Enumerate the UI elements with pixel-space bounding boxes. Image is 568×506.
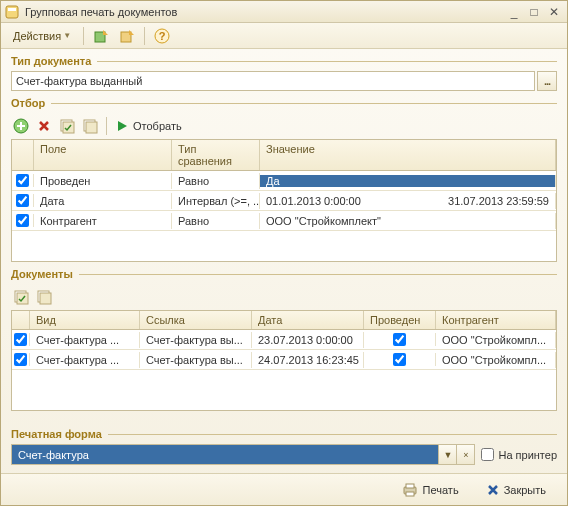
docs-toolbar bbox=[11, 284, 557, 310]
filter-row-value: Да bbox=[260, 175, 555, 187]
filter-row-compare: Интервал (>=, ... bbox=[172, 193, 260, 209]
docs-col-date[interactable]: Дата bbox=[252, 311, 364, 329]
check-all-button[interactable] bbox=[57, 116, 77, 136]
delete-filter-button[interactable] bbox=[34, 116, 54, 136]
toolbar-icon-1[interactable] bbox=[90, 25, 112, 47]
doc-type-select-button[interactable]: ... bbox=[537, 71, 557, 91]
maximize-button[interactable]: □ bbox=[525, 5, 543, 19]
titlebar: Групповая печать документов _ □ ✕ bbox=[1, 1, 567, 23]
svg-marker-5 bbox=[129, 30, 134, 35]
svg-rect-1 bbox=[8, 8, 16, 11]
legend-line bbox=[51, 103, 557, 104]
docs-row-type: Счет-фактура ... bbox=[30, 352, 140, 368]
docs-section: Документы Вид Ссылка Дата Проведен bbox=[11, 268, 557, 418]
docs-uncheck-all-button[interactable] bbox=[34, 287, 54, 307]
docs-row-link: Счет-фактура вы... bbox=[140, 352, 252, 368]
docs-row-partner: ООО "Стройкомпл... bbox=[436, 332, 556, 348]
print-form-dropdown[interactable]: Счет-фактура ▼ × bbox=[11, 444, 475, 465]
filter-row-check[interactable] bbox=[16, 174, 29, 187]
filter-row-check[interactable] bbox=[16, 194, 29, 207]
docs-row[interactable]: Счет-фактура ... Счет-фактура вы... 23.0… bbox=[12, 330, 556, 350]
docs-row-type: Счет-фактура ... bbox=[30, 332, 140, 348]
filter-grid: Поле Тип сравнения Значение Проведен Рав… bbox=[11, 139, 557, 262]
docs-row-posted[interactable] bbox=[393, 353, 406, 366]
print-form-section: Печатная форма Счет-фактура ▼ × На принт… bbox=[11, 428, 557, 465]
docs-check-all-button[interactable] bbox=[11, 287, 31, 307]
filter-col-field[interactable]: Поле bbox=[34, 140, 172, 170]
print-form-legend: Печатная форма bbox=[11, 428, 557, 440]
filter-col-compare[interactable]: Тип сравнения bbox=[172, 140, 260, 170]
printer-icon bbox=[402, 482, 418, 498]
window-title: Групповая печать документов bbox=[25, 6, 503, 18]
chevron-down-icon: ▼ bbox=[63, 31, 71, 40]
doc-type-legend: Тип документа bbox=[11, 55, 557, 67]
filter-row-value: ООО "Стройкомплект" bbox=[260, 213, 555, 229]
filter-grid-body: Проведен Равно Да Дата Интервал (>=, ...… bbox=[12, 171, 556, 261]
svg-rect-20 bbox=[406, 492, 414, 496]
docs-row[interactable]: Счет-фактура ... Счет-фактура вы... 24.0… bbox=[12, 350, 556, 370]
toolbar-separator bbox=[144, 27, 145, 45]
run-filter-button[interactable]: Отобрать bbox=[113, 117, 188, 135]
docs-row-check[interactable] bbox=[14, 353, 27, 366]
uncheck-all-button[interactable] bbox=[80, 116, 100, 136]
print-form-value: Счет-фактура bbox=[12, 449, 438, 461]
add-filter-button[interactable] bbox=[11, 116, 31, 136]
svg-marker-13 bbox=[118, 121, 127, 131]
docs-col-posted[interactable]: Проведен bbox=[364, 311, 436, 329]
doc-type-legend-text: Тип документа bbox=[11, 55, 91, 67]
svg-rect-12 bbox=[86, 122, 97, 133]
filter-row[interactable]: Контрагент Равно ООО "Стройкомплект" bbox=[12, 211, 556, 231]
docs-row-date: 23.07.2013 0:00:00 bbox=[252, 332, 364, 348]
svg-rect-19 bbox=[406, 484, 414, 488]
print-button[interactable]: Печать bbox=[391, 478, 470, 502]
to-printer-option[interactable]: На принтер bbox=[481, 448, 557, 461]
close-icon bbox=[487, 484, 499, 496]
docs-col-partner[interactable]: Контрагент bbox=[436, 311, 556, 329]
help-button[interactable]: ? bbox=[151, 25, 173, 47]
svg-marker-3 bbox=[103, 30, 108, 35]
close-button-label: Закрыть bbox=[504, 484, 546, 496]
app-icon bbox=[5, 5, 19, 19]
filter-row-check[interactable] bbox=[16, 214, 29, 227]
to-printer-check[interactable] bbox=[481, 448, 494, 461]
filter-row-value-from: 01.01.2013 0:00:00 bbox=[260, 193, 415, 209]
filter-row-field: Дата bbox=[34, 193, 172, 209]
filter-row[interactable]: Проведен Равно Да bbox=[12, 171, 556, 191]
close-window-button[interactable]: ✕ bbox=[545, 5, 563, 19]
top-toolbar: Действия ▼ ? bbox=[1, 23, 567, 49]
close-button[interactable]: Закрыть bbox=[476, 480, 557, 500]
filter-toolbar: Отобрать bbox=[11, 113, 557, 139]
filter-row-field: Проведен bbox=[34, 173, 172, 189]
dropdown-clear-icon[interactable]: × bbox=[456, 445, 474, 464]
docs-col-check bbox=[12, 311, 30, 329]
docs-grid: Вид Ссылка Дата Проведен Контрагент Счет… bbox=[11, 310, 557, 411]
legend-line bbox=[79, 274, 557, 275]
dropdown-arrow-icon[interactable]: ▼ bbox=[438, 445, 456, 464]
docs-row-link: Счет-фактура вы... bbox=[140, 332, 252, 348]
run-filter-label: Отобрать bbox=[133, 120, 182, 132]
docs-row-partner: ООО "Стройкомпл... bbox=[436, 352, 556, 368]
legend-line bbox=[108, 434, 557, 435]
legend-line bbox=[97, 61, 557, 62]
docs-col-link[interactable]: Ссылка bbox=[140, 311, 252, 329]
print-button-label: Печать bbox=[423, 484, 459, 496]
filter-row-compare: Равно bbox=[172, 173, 260, 189]
docs-grid-body: Счет-фактура ... Счет-фактура вы... 23.0… bbox=[12, 330, 556, 410]
docs-row-posted[interactable] bbox=[393, 333, 406, 346]
toolbar-separator bbox=[83, 27, 84, 45]
actions-menu[interactable]: Действия ▼ bbox=[7, 28, 77, 44]
filter-grid-header: Поле Тип сравнения Значение bbox=[12, 140, 556, 171]
to-printer-label: На принтер bbox=[498, 449, 557, 461]
actions-menu-label: Действия bbox=[13, 30, 61, 42]
minimize-button[interactable]: _ bbox=[505, 5, 523, 19]
filter-row-field: Контрагент bbox=[34, 213, 172, 229]
filter-row-compare: Равно bbox=[172, 213, 260, 229]
toolbar-separator bbox=[106, 117, 107, 135]
docs-row-check[interactable] bbox=[14, 333, 27, 346]
filter-col-value[interactable]: Значение bbox=[260, 140, 556, 170]
docs-col-type[interactable]: Вид bbox=[30, 311, 140, 329]
toolbar-icon-2[interactable] bbox=[116, 25, 138, 47]
doc-type-input[interactable] bbox=[11, 71, 535, 91]
svg-text:?: ? bbox=[159, 30, 166, 42]
filter-row[interactable]: Дата Интервал (>=, ... 01.01.2013 0:00:0… bbox=[12, 191, 556, 211]
